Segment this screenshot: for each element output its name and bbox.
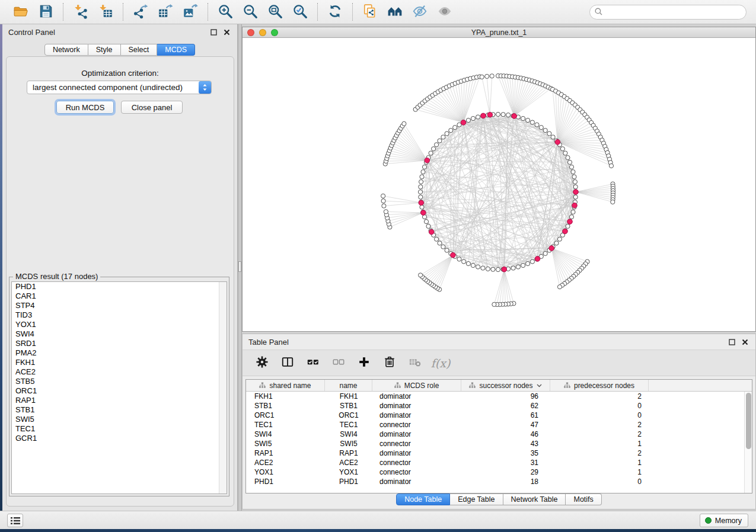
- mcds-result-item[interactable]: TEC1: [12, 424, 227, 434]
- tab-motifs[interactable]: Motifs: [566, 493, 601, 505]
- tab-network[interactable]: Network: [44, 44, 88, 56]
- vertical-splitter[interactable]: [238, 24, 242, 511]
- mcds-result-item[interactable]: SWI5: [12, 415, 227, 424]
- mcds-result-item[interactable]: ACE2: [12, 367, 227, 377]
- zoom-out-icon: [243, 4, 258, 21]
- table-cell: connector: [372, 420, 461, 430]
- first-neighbors-button[interactable]: [385, 3, 405, 21]
- table-scrollbar-thumb[interactable]: [746, 393, 751, 449]
- delete-table-button[interactable]: [407, 355, 423, 371]
- memory-button[interactable]: Memory: [700, 514, 748, 527]
- float-icon: [210, 29, 217, 36]
- delete-column-button[interactable]: [382, 355, 397, 371]
- search-box[interactable]: [589, 5, 747, 20]
- column-header-successor-nodes[interactable]: successor nodes: [461, 380, 550, 391]
- network-canvas[interactable]: [243, 38, 755, 331]
- table-scrollbar[interactable]: [744, 392, 752, 493]
- zoom-out-button[interactable]: [240, 3, 260, 21]
- criterion-select[interactable]: largest connected component (undirected): [27, 81, 212, 94]
- mcds-result-item[interactable]: CAR1: [12, 291, 227, 301]
- table-cell: dominator: [372, 430, 461, 439]
- mcds-panel: Optimization criterion: largest connecte…: [6, 56, 234, 507]
- save-session-button[interactable]: [36, 3, 56, 21]
- open-file-button[interactable]: [11, 3, 31, 21]
- tab-mcds[interactable]: MCDS: [157, 44, 195, 56]
- tab-edge-table[interactable]: Edge Table: [450, 493, 503, 505]
- tab-node-table[interactable]: Node Table: [396, 493, 450, 505]
- close-table-panel-button[interactable]: [740, 337, 749, 347]
- table-row[interactable]: TEC1TEC1connector472: [246, 420, 752, 430]
- mcds-result-item[interactable]: RAP1: [12, 396, 227, 405]
- hide-selected-button[interactable]: [410, 3, 430, 21]
- network-title: YPA_prune.txt_1: [471, 28, 527, 37]
- tab-network-table[interactable]: Network Table: [503, 493, 566, 505]
- column-label: name: [339, 382, 357, 390]
- close-panel-button[interactable]: [222, 27, 231, 37]
- mcds-result-item[interactable]: TID3: [12, 310, 227, 320]
- export-network-button[interactable]: [130, 3, 151, 21]
- search-input[interactable]: [605, 8, 741, 17]
- table-cell: 18: [461, 477, 550, 486]
- hide-selected-icon: [412, 4, 428, 21]
- memory-status-icon: [705, 517, 712, 524]
- close-window-button[interactable]: [247, 29, 254, 36]
- zoom-in-button[interactable]: [215, 3, 235, 21]
- table-row[interactable]: ORC1ORC1dominator610: [246, 411, 752, 420]
- show-all-button[interactable]: [435, 3, 455, 21]
- select-all-button[interactable]: [305, 355, 321, 371]
- add-column-button[interactable]: [356, 355, 372, 371]
- mcds-result-item[interactable]: PMA2: [12, 348, 227, 358]
- column-header-predecessor-nodes[interactable]: predecessor nodes: [550, 380, 649, 391]
- export-table-button[interactable]: [155, 3, 176, 21]
- table-cell: YOX1: [246, 467, 325, 477]
- network-nodes[interactable]: [381, 73, 615, 306]
- close-mcds-button[interactable]: Close panel: [121, 101, 183, 114]
- fx-function-button[interactable]: f(x): [433, 355, 448, 371]
- show-panels-button[interactable]: [7, 514, 23, 527]
- float-table-panel-button[interactable]: [727, 337, 736, 347]
- float-panel-button[interactable]: [209, 27, 218, 37]
- column-header-name[interactable]: name: [325, 380, 372, 391]
- show-columns-button[interactable]: [280, 355, 295, 371]
- zoom-selected-button[interactable]: [290, 3, 310, 21]
- copy-network-button[interactable]: [360, 3, 380, 21]
- mcds-result-item[interactable]: STP4: [12, 301, 227, 310]
- import-table-button[interactable]: [95, 3, 116, 21]
- tab-select[interactable]: Select: [121, 44, 158, 56]
- minimize-window-button[interactable]: [259, 29, 266, 36]
- column-header-shared-name[interactable]: shared name: [246, 380, 325, 391]
- mcds-list-scrollbar[interactable]: [219, 282, 227, 493]
- table-row[interactable]: YOX1YOX1connector291: [246, 467, 752, 477]
- table-cell: SWI5: [246, 439, 325, 448]
- mcds-result-item[interactable]: SRD1: [12, 339, 227, 348]
- mcds-result-item[interactable]: STB5: [12, 377, 227, 386]
- node-table-body: FKH1FKH1dominator962STB1STB1dominator620…: [246, 392, 752, 486]
- import-network-button[interactable]: [71, 3, 91, 21]
- refresh-button[interactable]: [325, 3, 345, 21]
- close-icon: [742, 339, 748, 345]
- table-row[interactable]: PHD1PHD1dominator180: [246, 477, 752, 486]
- table-row[interactable]: RAP1RAP1dominator352: [246, 448, 752, 458]
- export-image-button[interactable]: [180, 3, 200, 21]
- mcds-result-item[interactable]: FKH1: [12, 358, 227, 367]
- mcds-result-item[interactable]: YOX1: [12, 320, 227, 329]
- table-row[interactable]: SWI4SWI4dominator462: [246, 430, 752, 439]
- maximize-window-button[interactable]: [271, 29, 278, 36]
- fx-function-icon: f(x): [431, 357, 451, 370]
- column-header-mcds-role[interactable]: MCDS role: [372, 380, 461, 391]
- table-row[interactable]: STB1STB1dominator620: [246, 401, 752, 411]
- unselect-all-button[interactable]: [331, 355, 346, 371]
- tab-style[interactable]: Style: [88, 44, 121, 56]
- settings-gear-button[interactable]: [254, 355, 270, 371]
- mcds-result-item[interactable]: STB1: [12, 405, 227, 415]
- table-row[interactable]: SWI5SWI5connector431: [246, 439, 752, 448]
- table-row[interactable]: ACE2ACE2connector311: [246, 458, 752, 467]
- run-mcds-button[interactable]: Run MCDS: [56, 101, 114, 114]
- mcds-result-item[interactable]: SWI4: [12, 329, 227, 339]
- zoom-fit-button[interactable]: [265, 3, 285, 21]
- table-row[interactable]: FKH1FKH1dominator962: [246, 392, 752, 401]
- splitter-grip[interactable]: [238, 261, 241, 272]
- mcds-result-item[interactable]: ORC1: [12, 386, 227, 396]
- mcds-result-item[interactable]: PHD1: [12, 282, 227, 291]
- mcds-result-item[interactable]: GCR1: [12, 434, 227, 443]
